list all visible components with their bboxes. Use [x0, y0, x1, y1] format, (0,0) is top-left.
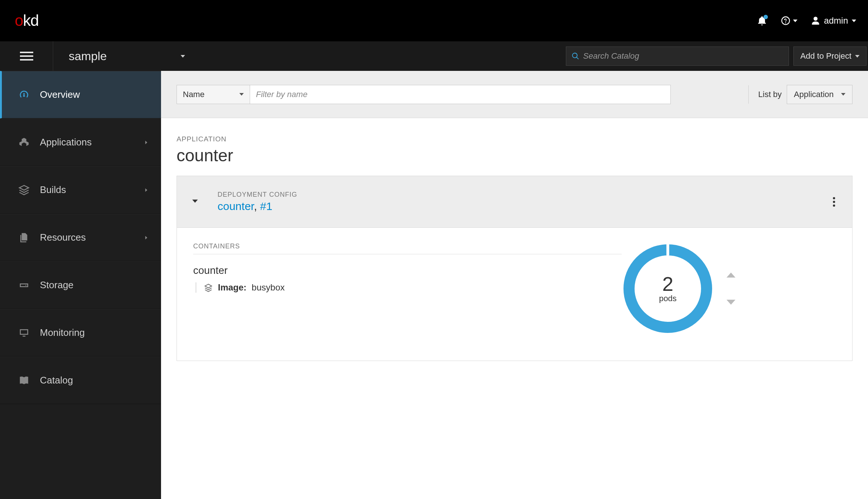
monitor-icon: [18, 327, 30, 338]
hamburger-icon: [20, 52, 33, 61]
collapse-toggle[interactable]: [190, 196, 200, 207]
cubes-icon: [18, 137, 30, 148]
pod-donut[interactable]: 2 pods: [622, 242, 714, 335]
sidebar-item-label: Builds: [40, 184, 66, 196]
filter-toolbar: Name List by Application: [161, 71, 868, 118]
filter-type-select[interactable]: Name: [177, 85, 250, 104]
kebab-menu[interactable]: [829, 193, 839, 210]
sidebar-item-catalog[interactable]: Catalog: [0, 357, 161, 404]
project-selector[interactable]: sample: [53, 49, 185, 63]
add-to-project-label: Add to Project: [800, 51, 851, 61]
layers-icon: [18, 185, 30, 196]
book-icon: [18, 375, 30, 386]
deployment-card: DEPLOYMENT CONFIG counter, #1 CONTAINERS…: [177, 176, 852, 361]
pod-count: 2: [662, 274, 673, 294]
filter-type-label: Name: [183, 90, 205, 99]
container-name: counter: [193, 265, 622, 276]
chevron-down-icon: [239, 93, 244, 96]
chevron-down-icon: [793, 20, 797, 22]
deployment-name-link[interactable]: counter: [218, 200, 254, 212]
image-value: busybox: [252, 282, 284, 293]
containers-heading: CONTAINERS: [193, 242, 622, 254]
app-kicker: APPLICATION: [177, 135, 852, 143]
brand-logo[interactable]: okd: [15, 12, 39, 30]
chevron-right-icon: [143, 137, 149, 148]
files-icon: [18, 232, 30, 243]
help-menu[interactable]: [780, 16, 797, 26]
dashboard-icon: [18, 89, 30, 100]
deployment-version-link[interactable]: #1: [260, 200, 272, 212]
sidebar-item-label: Resources: [40, 232, 86, 243]
deployment-kicker: DEPLOYMENT CONFIG: [218, 191, 297, 199]
chevron-right-icon: [143, 184, 149, 196]
hdd-icon: [18, 280, 30, 291]
scale-down-button[interactable]: [724, 295, 738, 309]
search-catalog[interactable]: [566, 47, 789, 66]
sidebar-item-applications[interactable]: Applications: [0, 118, 161, 166]
sidebar-item-label: Overview: [40, 89, 80, 100]
sidebar-item-label: Applications: [40, 137, 92, 148]
sidebar-item-builds[interactable]: Builds: [0, 166, 161, 214]
user-menu[interactable]: admin: [811, 16, 856, 26]
search-catalog-input[interactable]: [583, 51, 783, 61]
deployment-title: counter, #1: [218, 200, 297, 213]
image-layers-icon: [204, 283, 213, 292]
app-name: counter: [177, 145, 852, 165]
sidebar-toggle[interactable]: [0, 41, 53, 71]
listby-select[interactable]: Application: [787, 85, 852, 104]
chevron-down-icon: [841, 93, 845, 96]
sidebar-item-storage[interactable]: Storage: [0, 261, 161, 309]
sidebar-item-resources[interactable]: Resources: [0, 214, 161, 261]
logo-letters-kd: kd: [23, 12, 38, 30]
sidebar-item-label: Storage: [40, 279, 74, 291]
project-bar: sample Add to Project: [0, 41, 868, 71]
add-to-project-button[interactable]: Add to Project: [793, 47, 867, 66]
divider: [748, 85, 749, 104]
masthead: okd admin: [0, 0, 868, 41]
chevron-down-icon: [852, 20, 856, 22]
sidebar-item-overview[interactable]: Overview: [0, 71, 161, 118]
chevron-down-icon: [190, 196, 200, 206]
image-row: Image: busybox: [195, 282, 622, 293]
chevron-down-icon: [855, 55, 860, 58]
masthead-right: admin: [757, 16, 856, 26]
listby-value: Application: [794, 90, 834, 99]
listby-label: List by: [758, 90, 782, 99]
sidebar-item-monitoring[interactable]: Monitoring: [0, 309, 161, 357]
deployment-card-header: DEPLOYMENT CONFIG counter, #1: [177, 176, 852, 228]
chevron-down-icon: [181, 55, 185, 58]
filter-input[interactable]: [250, 85, 671, 104]
project-name-label: sample: [69, 49, 107, 63]
help-icon: [780, 16, 791, 26]
username-label: admin: [824, 16, 848, 26]
sidebar-item-label: Monitoring: [40, 327, 85, 338]
notifications-button[interactable]: [757, 16, 767, 26]
logo-letter-o: o: [15, 12, 23, 30]
chevron-right-icon: [143, 232, 149, 243]
scale-up-button[interactable]: [724, 269, 738, 282]
image-label: Image:: [218, 282, 246, 293]
pod-label: pods: [659, 294, 677, 303]
user-icon: [811, 16, 820, 25]
sidebar: Overview Applications Builds Resources S…: [0, 71, 161, 499]
notification-dot: [763, 15, 768, 19]
sidebar-item-label: Catalog: [40, 375, 73, 386]
search-icon: [571, 52, 580, 60]
main-content: Name List by Application APPLICATION cou…: [161, 71, 868, 499]
